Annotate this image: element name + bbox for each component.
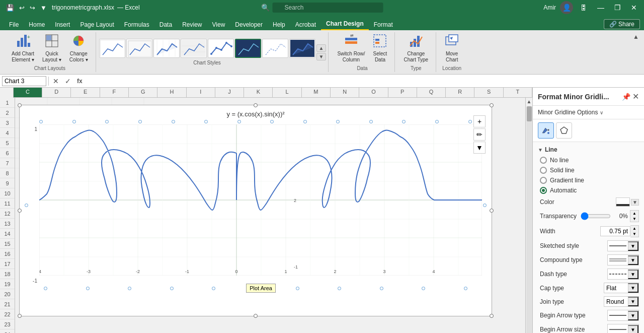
col-header-e[interactable]: E <box>71 88 100 97</box>
col-header-k[interactable]: K <box>244 88 273 97</box>
compound-type-picker[interactable]: ▼ <box>607 254 639 265</box>
panel-close-btn[interactable]: ✕ <box>632 92 639 101</box>
tab-acrobat[interactable]: Acrobat <box>290 19 321 30</box>
tab-developer[interactable]: Developer <box>230 19 268 30</box>
search-input[interactable] <box>273 3 383 13</box>
select-data-button[interactable]: SelectData <box>369 32 390 64</box>
automatic-radio[interactable] <box>540 187 547 194</box>
join-type-dropdown-arrow[interactable]: ▼ <box>628 297 638 306</box>
tab-home[interactable]: Home <box>24 19 50 30</box>
col-header-s[interactable]: S <box>474 88 503 97</box>
handle-ml[interactable] <box>18 209 22 213</box>
col-header-c[interactable]: C <box>14 88 42 97</box>
tab-pagelayout[interactable]: Page Layout <box>75 19 119 30</box>
transparency-slider[interactable] <box>581 212 611 220</box>
sketched-style-dropdown[interactable]: ▼ <box>628 241 638 251</box>
width-spin-down[interactable]: ▼ <box>630 231 638 237</box>
scroll-thumb[interactable] <box>527 106 532 121</box>
chart-style-8[interactable] <box>289 39 315 58</box>
tab-review[interactable]: Review <box>177 19 207 30</box>
handle-tr[interactable] <box>490 103 494 107</box>
effects-btn[interactable] <box>556 122 572 139</box>
col-header-f[interactable]: F <box>100 88 129 97</box>
no-line-radio[interactable] <box>540 157 547 164</box>
solid-line-radio[interactable] <box>540 167 547 174</box>
chart-style-scroll-up[interactable]: ▲ <box>316 44 327 52</box>
cap-type-select[interactable]: Flat ▼ <box>604 283 639 293</box>
minor-gridline-options-header[interactable]: Minor Gridline Options ∨ <box>533 106 644 119</box>
ribbon-display-btn[interactable]: 🎛 <box>577 3 590 13</box>
dash-type-dropdown[interactable]: ▼ <box>628 270 638 279</box>
col-header-q[interactable]: Q <box>417 88 446 97</box>
begin-arrow-type-dropdown[interactable]: ▼ <box>628 311 638 320</box>
vertical-scrollbar[interactable]: ▲ ▼ <box>525 98 532 333</box>
handle-tc[interactable] <box>254 103 258 107</box>
automatic-option[interactable]: Automatic <box>533 185 644 195</box>
col-header-o[interactable]: O <box>359 88 388 97</box>
sketched-style-picker[interactable]: ▼ <box>607 240 639 251</box>
width-spin-up[interactable]: ▲ <box>630 226 638 231</box>
tab-insert[interactable]: Insert <box>50 19 75 30</box>
compound-type-dropdown[interactable]: ▼ <box>628 255 638 265</box>
scroll-track[interactable] <box>526 106 532 333</box>
tab-view[interactable]: View <box>207 19 230 30</box>
change-chart-type-button[interactable]: ChangeChart Type <box>400 32 432 64</box>
tab-format[interactable]: Format <box>369 19 398 30</box>
paint-bucket-btn[interactable] <box>538 122 554 139</box>
chart-filter-btn[interactable]: ▼ <box>473 142 486 154</box>
tab-data[interactable]: Data <box>154 19 177 30</box>
col-header-n[interactable]: N <box>331 88 359 97</box>
col-header-l[interactable]: L <box>273 88 301 97</box>
restore-button[interactable]: ❐ <box>611 3 624 13</box>
tab-help[interactable]: Help <box>268 19 290 30</box>
color-swatch-btn[interactable] <box>616 197 630 207</box>
no-line-option[interactable]: No line <box>533 155 644 165</box>
chart-container[interactable]: y = (x.cos(x).sin(x))² <box>19 105 492 316</box>
col-header-r[interactable]: R <box>446 88 474 97</box>
handle-br[interactable] <box>490 314 494 318</box>
cap-type-dropdown-arrow[interactable]: ▼ <box>628 283 638 293</box>
col-header-i[interactable]: I <box>187 88 215 97</box>
solid-line-option[interactable]: Solid line <box>533 165 644 175</box>
col-header-h[interactable]: H <box>157 88 186 97</box>
col-header-g[interactable]: G <box>129 88 157 97</box>
move-chart-button[interactable]: MoveChart <box>441 32 462 64</box>
formula-input[interactable] <box>85 78 642 85</box>
col-header-t[interactable]: T <box>504 88 532 97</box>
close-button[interactable]: ✕ <box>628 3 640 13</box>
minimize-button[interactable]: — <box>594 3 607 13</box>
chart-zoom-btn[interactable]: + <box>473 115 486 127</box>
trans-spin-up[interactable]: ▲ <box>630 211 638 216</box>
col-header-p[interactable]: P <box>388 88 417 97</box>
tab-formulas[interactable]: Formulas <box>119 19 154 30</box>
change-colors-button[interactable]: ChangeColors ▾ <box>66 32 92 64</box>
col-header-d[interactable]: D <box>42 88 71 97</box>
chart-style-5[interactable] <box>208 39 234 58</box>
col-header-m[interactable]: M <box>302 88 331 97</box>
undo-button[interactable]: ↩ <box>17 3 27 13</box>
cancel-entry-btn[interactable]: ✕ <box>51 77 61 85</box>
gradient-line-radio[interactable] <box>540 177 547 184</box>
color-dropdown-btn[interactable]: ▼ <box>631 199 639 206</box>
gradient-line-option[interactable]: Gradient line <box>533 175 644 185</box>
chart-style-scroll-more[interactable]: ▼ <box>316 53 327 60</box>
begin-arrow-size-picker[interactable]: ▼ <box>607 324 639 333</box>
begin-arrow-size-dropdown[interactable]: ▼ <box>628 325 638 334</box>
panel-pin-btn[interactable]: 📌 <box>622 92 630 101</box>
switch-row-column-button[interactable]: ⇄ Switch Row/Column <box>334 32 368 64</box>
dash-type-picker[interactable]: ▼ <box>607 269 639 280</box>
handle-mr[interactable] <box>490 209 494 213</box>
handle-tl[interactable] <box>18 103 22 107</box>
quick-layout-button[interactable]: QuickLayout ▾ <box>39 32 65 64</box>
add-chart-element-button[interactable]: + Add ChartElement ▾ <box>8 32 38 64</box>
handle-bc[interactable] <box>254 314 258 318</box>
chart-style-7[interactable] <box>262 39 288 58</box>
redo-button[interactable]: ↪ <box>28 3 37 13</box>
insert-function-btn[interactable]: fx <box>75 77 85 85</box>
chart-brush-btn[interactable]: ✏ <box>473 128 486 141</box>
share-button[interactable]: 🔗 Share <box>604 19 640 29</box>
width-input[interactable] <box>600 226 630 236</box>
begin-arrow-type-picker[interactable]: ▼ <box>607 310 639 321</box>
chart-style-1[interactable] <box>99 39 125 58</box>
line-section-header[interactable]: ▼ Line <box>533 144 644 155</box>
